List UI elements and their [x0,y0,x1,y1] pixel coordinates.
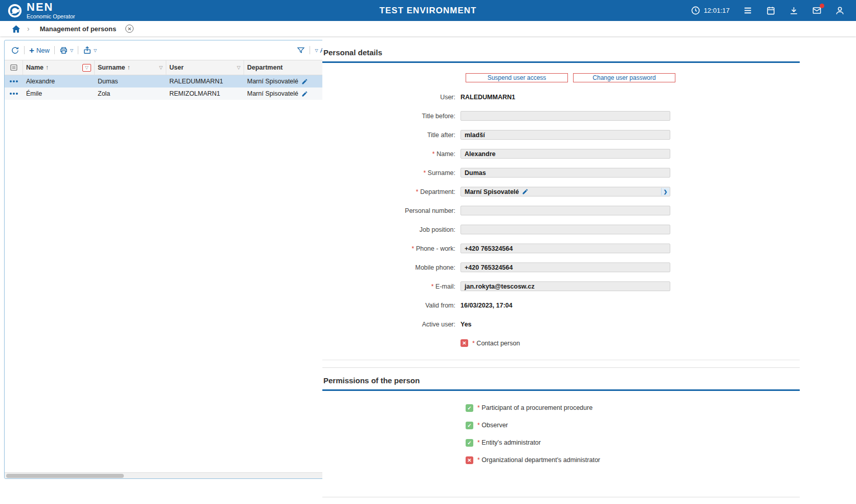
refresh-button[interactable] [11,46,19,55]
field-value: 16/03/2023, 17:04 [460,302,512,309]
field-row: * Surname:Dumas [322,163,800,182]
print-button[interactable]: ▽ [59,46,73,55]
personal-details-fields: User:RALEDUMMARN1Title before:Title afte… [322,87,800,353]
field-row: * Phone - work:+420 765324564 [322,239,800,258]
field-row: * E-mail:jan.rokyta@tescosw.cz [322,277,800,296]
field-label: * Phone - work: [322,245,460,252]
field-input[interactable] [460,111,670,121]
field-input[interactable] [460,225,670,234]
open-lookup-icon[interactable]: ❯ [661,188,669,195]
funnel-icon [297,46,305,54]
personal-details-section: Personal details Suspend user access Cha… [322,40,800,360]
unchecked-icon[interactable]: ✕ [466,456,473,464]
column-header-department[interactable]: Department ▽ [244,60,334,75]
column-settings-icon[interactable] [5,60,23,75]
change-user-password-button[interactable]: Change user password [573,73,675,82]
table-header: Name ↑ ▽ Surname ↑ ▽ User ▽ Department ▽ [5,60,334,75]
field-row: Title after:mladší [322,125,800,144]
menu-icon[interactable] [743,6,753,15]
filter-button[interactable] [297,46,305,54]
export-dropdown-icon[interactable]: ▽ [94,48,97,53]
required-asterisk: * [477,404,480,411]
field-row: Active user:Yes [322,315,800,334]
permission-label: * Organizational department's administra… [477,456,600,464]
edit-pencil-icon[interactable] [522,188,529,195]
export-button[interactable]: ▽ [83,46,97,55]
download-icon[interactable] [789,6,799,15]
detail-panel: Personal details Suspend user access Cha… [322,40,800,497]
checked-icon[interactable]: ✓ [466,439,473,447]
edit-pencil-icon[interactable] [301,78,308,85]
messages-badge [820,4,824,8]
field-label: Title before: [322,113,460,120]
scrollbar-thumb[interactable] [6,474,124,478]
permission-label: * Entity's administrator [477,439,541,446]
required-asterisk: * [423,169,426,177]
calendar-icon[interactable] [766,6,776,15]
field-label: Title after: [322,132,460,139]
field-input[interactable]: +420 765324564 [460,262,670,272]
cell-surname: Zola [95,87,166,100]
new-button-label: New [36,47,50,54]
field-label: * Department: [322,188,460,195]
department-lookup-field[interactable]: Marní Spisovatelé❯ [460,187,670,196]
field-row: * Name:Alexandre [322,144,800,163]
column-label: Department [247,64,282,71]
messages-icon[interactable] [812,6,822,15]
field-input[interactable]: mladší [460,130,670,140]
field-label: * Surname: [322,169,460,177]
session-time: 12:01:17 [691,6,730,15]
user-profile-icon[interactable] [835,6,845,15]
breadcrumb-chevron-icon: › [27,25,30,33]
checked-icon[interactable]: ✓ [466,422,473,429]
plus-icon: + [29,46,34,55]
column-header-name[interactable]: Name ↑ ▽ [23,60,95,75]
logo-text: NEN [27,2,75,13]
column-label: Surname [98,64,125,71]
unchecked-icon[interactable]: ✕ [460,339,468,347]
new-button[interactable]: + New [29,46,50,55]
permission-item: ✓* Entity's administrator [466,434,800,451]
field-input[interactable]: Dumas [460,168,670,178]
permission-item: ✓* Participant of a procurement procedur… [466,399,800,417]
row-actions-icon[interactable] [5,87,23,100]
user-filter-icon[interactable]: ▽ [237,65,240,70]
surname-filter-icon[interactable]: ▽ [159,65,163,70]
field-input[interactable]: jan.rokyta@tescosw.cz [460,281,670,291]
field-label: * Name: [322,150,460,158]
field-input[interactable] [460,206,670,215]
cell-surname: Dumas [95,75,166,87]
cell-name: Émile [23,87,95,100]
print-dropdown-icon[interactable]: ▽ [70,48,73,53]
row-actions-icon[interactable] [5,75,23,87]
checked-icon[interactable]: ✓ [466,404,473,412]
personal-details-title: Personal details [322,40,800,61]
table-row[interactable]: ÉmileZolaREMIZOLMARN1Marní Spisovatelé [5,87,334,100]
breadcrumb-tab-label[interactable]: Management of persons [40,25,117,33]
section-underline [322,61,800,63]
close-tab-icon[interactable]: ✕ [125,25,134,33]
permissions-section: Permissions of the person ✓* Participant… [322,367,800,497]
home-icon[interactable] [11,24,21,34]
field-value: Yes [460,321,472,328]
required-asterisk: * [431,283,434,290]
field-row: Mobile phone:+420 765324564 [322,258,800,277]
permissions-title: Permissions of the person [322,368,800,389]
list-toolbar: + New ▽ ▽ ▽ All [5,40,334,60]
field-input[interactable]: +420 765324564 [460,244,670,253]
permission-item: ✕* Organizational department's administr… [466,451,800,469]
column-header-user[interactable]: User ▽ [166,60,244,75]
table-row[interactable]: AlexandreDumasRALEDUMMARN1Marní Spisovat… [5,75,334,87]
name-filter-icon[interactable]: ▽ [82,64,91,72]
field-row: Valid from:16/03/2023, 17:04 [322,296,800,315]
column-header-surname[interactable]: Surname ↑ ▽ [95,60,166,75]
field-row: * Department:Marní Spisovatelé❯ [322,182,800,201]
field-input[interactable]: Alexandre [460,149,670,159]
suspend-user-access-button[interactable]: Suspend user access [466,73,568,82]
app-logo[interactable]: NEN Economic Operator [7,2,75,19]
field-label: Valid from: [322,302,460,309]
edit-pencil-icon[interactable] [301,91,308,97]
horizontal-scrollbar[interactable] [5,472,334,478]
required-asterisk: * [477,439,480,446]
column-label: Name [26,64,43,71]
